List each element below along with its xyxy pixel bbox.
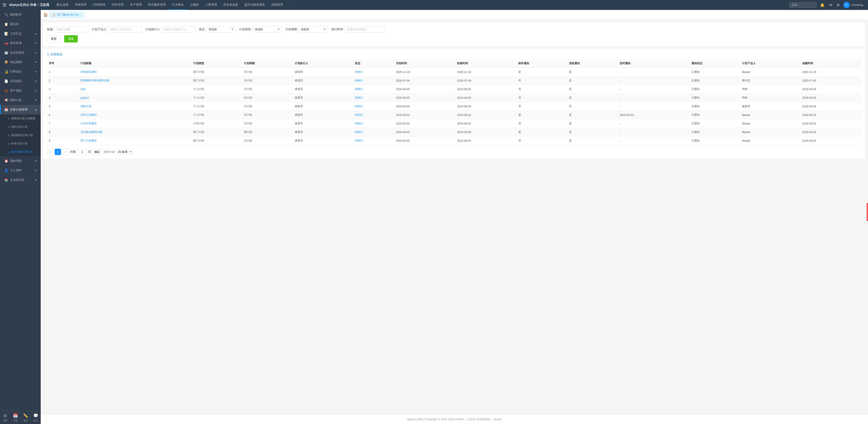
nav-item-more[interactable]: ... xyxy=(286,0,295,10)
dock-notes[interactable]: ✏️ 笔记 xyxy=(20,411,31,424)
sidebar-item-contacts[interactable]: 📋通讯录 xyxy=(0,20,41,29)
hamburger-icon[interactable]: ☰ xyxy=(3,2,6,7)
home-icon[interactable]: 🏠 xyxy=(43,13,48,17)
sidebar-item-attendance[interactable]: ⏰我的考勤 ▼ xyxy=(0,156,41,166)
chevron-up-icon: ▲ xyxy=(35,109,37,111)
nav-menu: 默认桌面 学校管理 CRM管理 ERP管理 生产管理 售后服务管理 个人中心 云… xyxy=(54,0,789,10)
next-page-button[interactable]: › xyxy=(62,149,69,155)
task-title-link[interactable]: 新增领料/补料/退料功能 xyxy=(81,79,109,82)
sidebar-sub-all-task[interactable]: ≡ 所有任务计划 xyxy=(0,140,41,148)
cell-created: 2019-09-02 xyxy=(800,137,862,145)
task-title-link[interactable]: 我的计划 xyxy=(81,104,91,108)
filter-time-input[interactable] xyxy=(344,26,385,33)
page-size-select[interactable]: 15 条/页 30 条/页 50 条/页 xyxy=(116,149,133,155)
dock-home[interactable]: ⊞ 主页 xyxy=(0,411,10,424)
filter-time-label: 执行时间 xyxy=(331,27,343,31)
nav-item-personal[interactable]: 个人中心 xyxy=(169,0,187,10)
cell-period: 日计划 xyxy=(242,85,293,94)
nav-item-monitor[interactable]: 监控与报表系统 xyxy=(241,0,268,10)
cell-title[interactable]: 代码优化测试 xyxy=(79,68,191,77)
cell-created: 2020-11-16 xyxy=(800,68,862,77)
user-info[interactable]: C chendong... xyxy=(843,2,865,8)
sidebar-item-car[interactable]: 🚗用车申请 ▼ xyxy=(0,38,41,48)
cell-start: 2019-09-05 xyxy=(394,94,456,102)
refresh-icon: ↻ xyxy=(47,53,50,56)
nav-item-workflow[interactable]: 流程管理 xyxy=(268,0,286,10)
search-input[interactable] xyxy=(789,2,816,8)
filter-status-select[interactable]: 请选择 待执行 已完成 xyxy=(206,26,236,33)
sidebar-sub-created-task[interactable]: ≡ 我创建的任务计划 xyxy=(0,131,41,140)
nav-item-hr[interactable]: 人事管理 xyxy=(202,0,220,10)
cell-title[interactable]: 公司计划测试 xyxy=(79,119,191,128)
filter-assignee-label: 计划下达人 xyxy=(92,27,106,31)
dock-forum[interactable]: 💬 论坛 xyxy=(31,411,41,424)
refresh-button[interactable]: ↻ 刷新数据 xyxy=(47,53,62,57)
sidebar-item-supplies[interactable]: 📦用品领用 ▼ xyxy=(0,57,41,67)
cell-notify-status: 已通知 xyxy=(690,137,740,145)
cell-title[interactable]: hly6 xyxy=(79,85,191,94)
mail-icon[interactable]: ✉ xyxy=(828,2,833,8)
task-title-link[interactable]: 公司计划测试 xyxy=(81,122,97,125)
cell-title[interactable]: 定时计划测试 xyxy=(79,111,191,119)
filter-assignee-input[interactable] xyxy=(108,26,142,33)
filter-title-group: 标题 xyxy=(47,26,88,33)
cell-created: 2019-09-02 xyxy=(800,128,862,137)
goto-confirm-button[interactable]: 确定 xyxy=(92,149,102,155)
sidebar-item-knowledge[interactable]: 📚企业知识库 ▼ xyxy=(0,175,41,185)
task-title-link[interactable]: 部门计划测试 xyxy=(81,139,97,142)
sidebar-item-worklog[interactable]: 📝工作日志 ▼ xyxy=(0,29,41,38)
sidebar-sub-cycle-task[interactable]: ≡ 周期化任务计划看板 xyxy=(0,114,41,123)
goto-input[interactable] xyxy=(77,149,87,155)
prev-page-button[interactable]: ‹ xyxy=(47,149,53,155)
cell-title[interactable]: jytjytu5 xyxy=(79,94,191,102)
filter-type-select[interactable]: 请选择 部门计划 个人计划 公司计划 xyxy=(252,26,282,33)
active-tab[interactable]: 📋 我下属的任务计划 × xyxy=(50,12,84,18)
task-title-link[interactable]: 去问我去搬我去搬 xyxy=(81,130,102,133)
reset-button[interactable]: 重置 xyxy=(47,35,61,42)
cell-assignee: 陈冬瓜 xyxy=(740,77,800,85)
sidebar-item-assets[interactable]: 💼资产领还 ▼ xyxy=(0,86,41,95)
nav-item-production[interactable]: 生产管理 xyxy=(127,0,145,10)
cell-title[interactable]: 我的计划 xyxy=(79,102,191,111)
page-unit: 页 xyxy=(88,150,91,154)
filter-executor-input[interactable] xyxy=(161,26,195,33)
cell-type: 个人计划 xyxy=(191,94,242,102)
sidebar: 📎我的附件 📋通讯录 📝工作日志 ▼ 🚗用车申请 ▼ 🏢会议室预定 ▼ 📦用品领… xyxy=(0,10,41,424)
sidebar-sub-sub-task[interactable]: ≡ 我下属的任务计划 xyxy=(0,148,41,156)
settings-icon[interactable]: ⚙ xyxy=(836,2,841,8)
sidebar-item-license[interactable]: 📄证照借还 ▼ xyxy=(0,77,41,86)
sidebar-item-meeting[interactable]: 🏢会议室预定 ▼ xyxy=(0,48,41,57)
nav-item-crm[interactable]: CRM管理 xyxy=(90,0,109,10)
cell-notify-status: 已通知 xyxy=(690,77,740,85)
task-title-link[interactable]: jytjytu5 xyxy=(81,96,89,99)
nav-item-erp[interactable]: ERP管理 xyxy=(108,0,127,10)
cell-title[interactable]: 去问我去搬我去搬 xyxy=(79,128,191,137)
nav-item-school[interactable]: 学校管理 xyxy=(72,0,90,10)
sidebar-item-taskplan[interactable]: 📅任务计划管理 ▲ xyxy=(0,105,41,114)
sidebar-item-announcement[interactable]: 📢我的公告 ▼ xyxy=(0,95,41,105)
notification-icon[interactable]: 🔔 xyxy=(819,2,826,8)
nav-item-default-desktop[interactable]: 默认桌面 xyxy=(54,0,72,10)
filter-title-input[interactable] xyxy=(54,26,88,33)
sidebar-item-seal[interactable]: 🔏印章借还 ▼ xyxy=(0,67,41,77)
dock-schedule[interactable]: 📅 日程 xyxy=(10,411,20,424)
nav-item-developer[interactable]: 开发者桌面 xyxy=(220,0,241,10)
sidebar-item-profile[interactable]: 👤个人资料 ▼ xyxy=(0,166,41,175)
sidebar-sub-my-task[interactable]: ≡ 我的任务计划 xyxy=(0,123,41,131)
task-title-link[interactable]: 代码优化测试 xyxy=(81,70,97,73)
cell-title[interactable]: 部门计划测试 xyxy=(79,137,191,145)
filter-row-1: 标题 计划下达人 计划执行人 状态 请选择 xyxy=(47,26,862,33)
search-button[interactable]: 搜索 xyxy=(64,35,78,42)
cell-title[interactable]: 新增领料/补料/退料功能 xyxy=(79,77,191,85)
sidebar-item-attachments[interactable]: 📎我的附件 xyxy=(0,10,41,20)
col-created: 创建时间 xyxy=(800,59,862,68)
task-title-link[interactable]: 定时计划测试 xyxy=(81,113,97,116)
nav-item-cloud[interactable]: 云服务 xyxy=(187,0,202,10)
cell-period: 日计划 xyxy=(242,119,293,128)
filter-period-select[interactable]: 请选择 日计划 周计划 xyxy=(298,26,328,33)
tab-close-icon[interactable]: × xyxy=(80,13,81,16)
nav-item-aftersales[interactable]: 售后服务管理 xyxy=(145,0,169,10)
task-title-link[interactable]: hly6 xyxy=(81,88,86,91)
page-1-button[interactable]: 1 xyxy=(55,149,61,155)
cell-type: 部门计划 xyxy=(191,68,242,77)
